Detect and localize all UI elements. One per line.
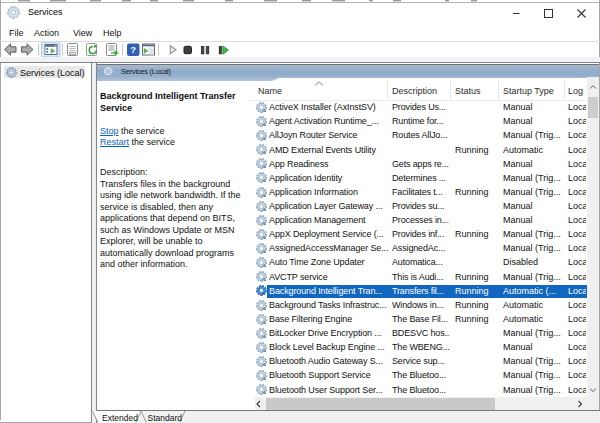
svg-text:?: ? (130, 44, 136, 55)
